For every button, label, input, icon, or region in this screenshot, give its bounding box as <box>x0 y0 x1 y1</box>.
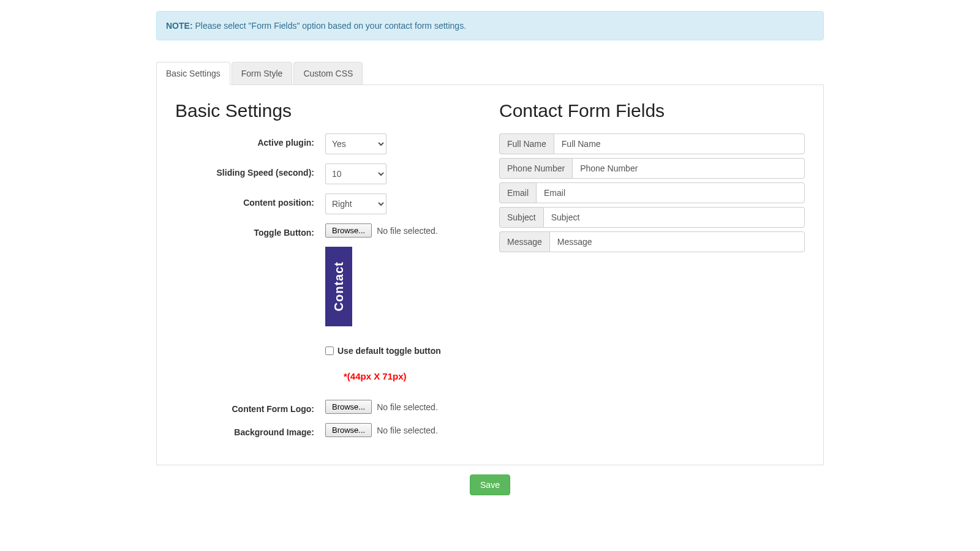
tab-basic-settings[interactable]: Basic Settings <box>156 62 230 85</box>
use-default-toggle-label: Use default toggle button <box>337 346 441 356</box>
field-row-message: Message <box>499 231 805 252</box>
logo-browse-button[interactable]: Browse... <box>325 400 372 414</box>
field-row-email: Email <box>499 182 805 203</box>
toggle-browse-button[interactable]: Browse... <box>325 223 372 238</box>
field-addon: Message <box>499 231 549 252</box>
message-input[interactable] <box>549 231 805 252</box>
active-plugin-label: Active plugin: <box>175 133 325 148</box>
toggle-preview-text: Contact <box>332 261 346 311</box>
bg-file-status: No file selected. <box>377 425 438 435</box>
alert-text: Please select "Form Fields" option based… <box>193 21 466 31</box>
field-addon: Email <box>499 182 536 203</box>
email-input[interactable] <box>536 182 805 203</box>
info-alert: NOTE: Please select "Form Fields" option… <box>156 11 824 40</box>
field-addon: Phone Number <box>499 158 572 179</box>
field-addon: Full Name <box>499 133 554 154</box>
toggle-button-label: Toggle Button: <box>175 223 325 238</box>
field-row-phone-number: Phone Number <box>499 158 805 179</box>
save-button[interactable]: Save <box>470 474 510 495</box>
tabs-nav: Basic Settings Form Style Custom CSS <box>156 62 824 85</box>
sliding-speed-label: Sliding Speed (second): <box>175 163 325 178</box>
sliding-speed-select[interactable]: 10 <box>325 163 386 184</box>
toggle-file-status: No file selected. <box>377 226 438 236</box>
content-form-logo-label: Content Form Logo: <box>175 400 325 414</box>
field-row-full-name: Full Name <box>499 133 805 154</box>
bg-browse-button[interactable]: Browse... <box>325 423 372 437</box>
alert-prefix: NOTE: <box>166 21 193 31</box>
content-position-label: Content position: <box>175 193 325 208</box>
tab-panel: Basic Settings Active plugin: Yes Slidin… <box>156 85 824 465</box>
background-image-label: Background Image: <box>175 423 325 437</box>
subject-input[interactable] <box>543 207 805 228</box>
field-addon: Subject <box>499 207 543 228</box>
logo-file-status: No file selected. <box>377 402 438 412</box>
tab-custom-css[interactable]: Custom CSS <box>293 62 363 85</box>
phone-number-input[interactable] <box>572 158 805 179</box>
use-default-toggle-checkbox[interactable] <box>325 347 334 355</box>
toggle-button-preview: Contact <box>325 247 352 326</box>
dimension-note: *(44px X 71px) <box>344 371 481 381</box>
content-position-select[interactable]: Right <box>325 193 386 214</box>
tab-form-style[interactable]: Form Style <box>232 62 293 85</box>
active-plugin-select[interactable]: Yes <box>325 133 386 154</box>
full-name-input[interactable] <box>554 133 805 154</box>
basic-settings-heading: Basic Settings <box>175 100 481 121</box>
contact-form-fields-heading: Contact Form Fields <box>499 100 805 121</box>
field-row-subject: Subject <box>499 207 805 228</box>
